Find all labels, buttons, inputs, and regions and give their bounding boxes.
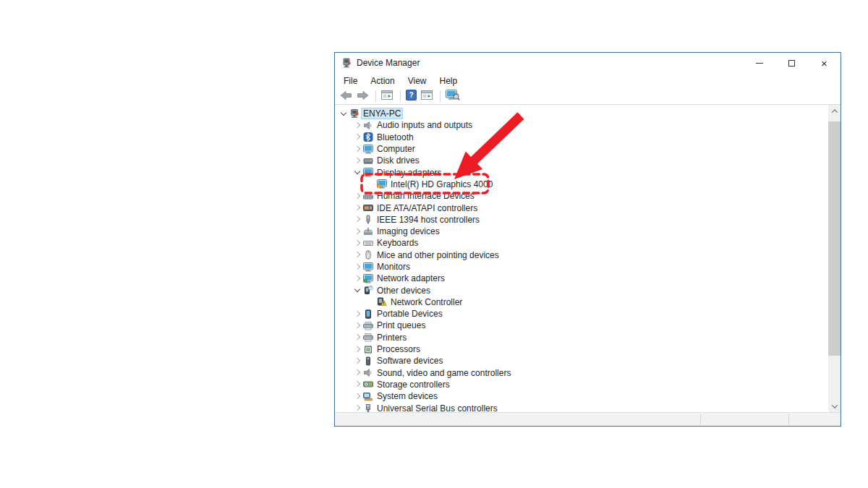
chevron-collapsed-icon[interactable]	[353, 345, 362, 354]
chevron-expanded-icon[interactable]	[353, 286, 362, 295]
tree-item-label: Intel(R) HD Graphics 4000	[389, 179, 494, 189]
maximize-button[interactable]	[775, 53, 808, 73]
tree-item-label: Processors	[375, 344, 422, 354]
scan-hardware-button[interactable]	[444, 89, 461, 103]
chevron-collapsed-icon[interactable]	[353, 132, 362, 142]
tree-item-ide-ata-atapi-controllers[interactable]: IDE ATA/ATAPI controllers	[335, 202, 828, 213]
tree-item-universal-serial-bus-controllers[interactable]: Universal Serial Bus controllers	[335, 402, 828, 412]
window-title: Device Manager	[357, 58, 420, 68]
tree-item-software-devices[interactable]: Software devices	[335, 355, 828, 367]
menu-item-action[interactable]: Action	[364, 74, 401, 87]
tree-item-display-adapters[interactable]: Display adapters	[335, 166, 828, 178]
chevron-collapsed-icon[interactable]	[353, 145, 362, 154]
scan-hardware-icon	[446, 90, 460, 103]
chevron-collapsed-icon[interactable]	[353, 156, 362, 166]
tree-item-intel-r-hd-graphics-4000[interactable]: Intel(R) HD Graphics 4000	[335, 179, 828, 190]
properties-window-button[interactable]	[420, 89, 435, 103]
tree-item-label: Storage controllers	[375, 380, 451, 390]
chevron-collapsed-icon[interactable]	[353, 274, 362, 283]
maximize-icon	[788, 60, 795, 67]
forward-arrow-icon	[357, 90, 369, 103]
tree-item-keyboards[interactable]: Keyboards	[335, 237, 828, 249]
menu-item-help[interactable]: Help	[433, 74, 464, 87]
tree-item-bluetooth[interactable]: Bluetooth	[335, 132, 828, 143]
tree-item-network-controller[interactable]: Network Controller	[335, 296, 828, 308]
forward-arrow-button[interactable]	[355, 90, 370, 103]
chevron-collapsed-icon[interactable]	[353, 333, 362, 342]
help-button[interactable]: ?	[404, 89, 418, 103]
tree-item-label: Display adapters	[375, 168, 443, 178]
tree-item-human-interface-devices[interactable]: Human Interface Devices	[335, 190, 828, 202]
tree-item-label: Disk drives	[375, 155, 421, 166]
chevron-collapsed-icon[interactable]	[353, 239, 362, 248]
chevron-collapsed-icon[interactable]	[353, 380, 362, 389]
usb-icon	[363, 403, 373, 412]
chevron-collapsed-icon[interactable]	[353, 392, 362, 401]
tree-item-sound-video-and-game-controllers[interactable]: Sound, video and game controllers	[335, 367, 828, 379]
back-arrow-button[interactable]	[339, 90, 354, 103]
chevron-expanded-icon[interactable]	[339, 109, 349, 119]
tree-item-storage-controllers[interactable]: Storage controllers	[335, 379, 828, 390]
tree-item-audio-inputs-and-outputs[interactable]: Audio inputs and outputs	[335, 119, 828, 131]
chevron-collapsed-icon[interactable]	[353, 192, 362, 201]
vertical-scrollbar[interactable]	[828, 105, 841, 412]
toolbar-separator	[440, 90, 441, 102]
status-bar	[335, 412, 841, 426]
menu-item-file[interactable]: File	[337, 74, 364, 87]
console-tree-window-button[interactable]	[380, 89, 395, 103]
minimize-icon	[756, 63, 763, 64]
scroll-down-button[interactable]	[828, 400, 841, 412]
scrollbar-thumb[interactable]	[828, 121, 841, 356]
title-bar[interactable]: Device Manager ×	[335, 53, 841, 73]
chevron-collapsed-icon[interactable]	[353, 215, 362, 224]
close-button[interactable]: ×	[808, 53, 841, 73]
tree-item-monitors[interactable]: Monitors	[335, 261, 828, 273]
scroll-up-button[interactable]	[828, 105, 841, 117]
tree-item-imaging-devices[interactable]: Imaging devices	[335, 226, 828, 237]
help-icon: ?	[406, 90, 417, 103]
bluetooth-icon	[363, 132, 373, 142]
chevron-collapsed-icon[interactable]	[353, 203, 362, 213]
minimize-button[interactable]	[743, 53, 775, 73]
chevron-collapsed-icon[interactable]	[353, 356, 362, 366]
printer-icon	[363, 333, 373, 342]
close-icon: ×	[821, 58, 827, 69]
tree-item-label: Portable Devices	[375, 309, 444, 319]
computer-root-icon	[349, 109, 359, 119]
chevron-collapsed-icon[interactable]	[353, 121, 362, 130]
chevron-collapsed-icon[interactable]	[353, 227, 362, 236]
chevron-collapsed-icon[interactable]	[353, 250, 362, 260]
tree-item-label: Network adapters	[375, 273, 446, 283]
tree-item-network-adapters[interactable]: Network adapters	[335, 273, 828, 284]
tree-item-processors[interactable]: Processors	[335, 343, 828, 355]
chevron-collapsed-icon[interactable]	[353, 262, 362, 272]
tree-item-print-queues[interactable]: Print queues	[335, 320, 828, 331]
device-tree: ENYA-PCAudio inputs and outputsBluetooth…	[335, 105, 828, 412]
chevron-expanded-icon[interactable]	[353, 168, 362, 177]
tree-item-disk-drives[interactable]: Disk drives	[335, 155, 828, 166]
chevron-collapsed-icon[interactable]	[353, 309, 362, 319]
tree-item-mice-and-other-pointing-devices[interactable]: Mice and other pointing devices	[335, 249, 828, 261]
tree-item-computer[interactable]: Computer	[335, 143, 828, 155]
audio-icon	[363, 121, 373, 130]
tree-item-enya-pc[interactable]: ENYA-PC	[335, 108, 828, 119]
device-manager-window: Device Manager × FileActionViewHelp ? EN…	[334, 52, 841, 427]
properties-window-icon	[421, 90, 433, 103]
ide-icon	[363, 203, 373, 213]
tree-item-system-devices[interactable]: System devices	[335, 390, 828, 402]
tree-item-label: Imaging devices	[375, 226, 441, 236]
tree-item-printers[interactable]: Printers	[335, 332, 828, 343]
tree-item-portable-devices[interactable]: Portable Devices	[335, 308, 828, 320]
window-controls: ×	[743, 53, 841, 73]
tree-item-label: Universal Serial Bus controllers	[375, 403, 499, 412]
menu-item-view[interactable]: View	[401, 74, 433, 87]
chevron-collapsed-icon[interactable]	[353, 403, 362, 412]
content-area: ENYA-PCAudio inputs and outputsBluetooth…	[335, 105, 841, 412]
tree-item-other-devices[interactable]: ?Other devices	[335, 284, 828, 296]
back-arrow-icon	[340, 90, 352, 103]
disk-icon	[363, 156, 373, 166]
chevron-collapsed-icon[interactable]	[353, 321, 362, 330]
tree-item-label: Mice and other pointing devices	[375, 250, 501, 260]
chevron-collapsed-icon[interactable]	[353, 368, 362, 377]
tree-item-ieee-1394-host-controllers[interactable]: IEEE 1394 host controllers	[335, 214, 828, 226]
